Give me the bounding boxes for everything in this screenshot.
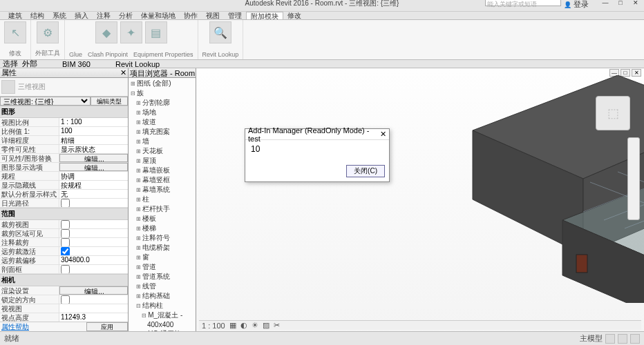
instance-selector[interactable]: 三维视图: {三维} [0,97,91,106]
minimize-icon[interactable]: — [598,0,612,6]
edit-type-button[interactable]: 编辑类型 [91,97,128,106]
crop-icon[interactable]: ✂ [274,321,280,330]
tree-node[interactable]: 填充图案 [129,127,195,137]
browser-tree[interactable]: 图纸 (全部)族分割轮廓场地坡道填充图案墙天花板屋顶幕墙嵌板幕墙竖框幕墙系统柱栏… [129,78,196,331]
tree-node[interactable]: 管道 [129,262,195,272]
tree-node[interactable]: 结构基础 [129,291,195,301]
tab-analyze[interactable]: 分析 [115,12,137,19]
dialog-close-icon[interactable]: ✕ [380,130,386,139]
viewport[interactable]: — □ ✕ ⬚ 1 [196,68,644,331]
tab-arch[interactable]: 建筑 [4,12,26,19]
prop-value[interactable]: 304800.0 [59,256,128,264]
prop-value[interactable] [59,220,128,228]
tree-node[interactable]: 墙 [129,137,195,146]
view-cube[interactable]: ⬚ [596,96,630,130]
status-text: 就绪 [4,333,19,344]
clash-icon[interactable]: ✦ [120,21,142,43]
style-icon[interactable]: ◐ [240,321,247,330]
tree-node[interactable]: 栏杆扶手 [129,204,195,214]
equip-icon[interactable]: ▤ [145,21,167,43]
prop-value[interactable]: 100 [59,127,128,135]
tree-node[interactable]: 柱 [129,195,195,204]
shadow-icon[interactable]: ▨ [263,321,269,330]
tab-sys[interactable]: 系统 [48,12,70,19]
tab-insert[interactable]: 插入 [70,12,93,19]
prop-value[interactable]: 无 [59,190,128,198]
prop-value[interactable] [59,199,128,207]
tree-node[interactable]: 幕墙嵌板 [129,166,195,175]
tree-node[interactable]: 天花板 [129,146,195,156]
tree-node[interactable]: 坡道 [129,117,195,127]
tree-node[interactable]: 楼板 [129,214,195,224]
tree-node[interactable]: 楼梯 [129,224,195,233]
tab-modify[interactable]: 修改 [283,12,305,19]
prop-value[interactable]: 11249.3 [59,313,128,322]
detail-icon[interactable]: ▦ [229,321,236,330]
properties-help-link[interactable]: 属性帮助 [0,322,86,331]
tree-node[interactable]: 注释符号 [129,233,195,243]
scale-label[interactable]: 1 : 100 [202,322,225,330]
prop-value[interactable]: 1 : 100 [59,118,128,126]
prop-category[interactable]: 相机 [0,274,128,286]
tree-node[interactable]: 线管 [129,282,195,291]
help-search[interactable]: 能入关键字或短语 [485,0,561,6]
view-control-bar[interactable]: 1 : 100 ▦ ◐ ☀ ▨ ✂ [199,320,641,330]
view-canvas[interactable]: — □ ✕ ⬚ 1 [196,68,644,331]
tree-node[interactable]: 幕墙竖框 [129,175,195,185]
glue-icon[interactable]: ◆ [95,21,117,43]
dialog-close-button[interactable]: 关闭(C) [346,165,385,177]
prop-value[interactable]: 协调 [59,172,128,180]
tree-node[interactable]: 图纸 (全部) [129,79,195,88]
status-model[interactable]: 主模型 [580,333,603,344]
prop-value[interactable]: 编辑... [59,163,128,171]
external-tools-icon[interactable]: ⚙ [37,21,59,43]
tab-view[interactable]: 视图 [202,12,224,19]
prop-category[interactable]: 图形 [0,106,128,118]
revit-lookup-icon[interactable]: 🔍 [209,21,231,43]
prop-key: 默认分析显示样式 [0,190,59,198]
prop-value[interactable] [59,238,128,246]
prop-category[interactable]: 范围 [0,208,128,220]
prop-key: 图形显示选项 [0,163,59,171]
tree-node[interactable]: 幕墙系统 [129,185,195,195]
tree-node[interactable]: 400x400 [129,320,195,329]
tree-node[interactable]: 族 [129,88,195,98]
properties-close-icon[interactable]: ✕ [120,68,126,77]
tab-addins[interactable]: 附加模块 [246,12,283,19]
navigation-bar[interactable] [627,137,640,220]
tree-node[interactable]: 结构柱 [129,301,195,310]
prop-value[interactable] [59,265,128,273]
tree-node[interactable]: 电缆桥架 [129,243,195,253]
tree-node[interactable]: 场地 [129,108,195,117]
tree-node[interactable]: 窗 [129,253,195,262]
tree-node[interactable]: 管道系统 [129,272,195,282]
tab-struct[interactable]: 结构 [26,12,48,19]
sun-icon[interactable]: ☀ [252,321,258,330]
prop-value[interactable]: 显示原状态 [59,145,128,153]
status-icon[interactable] [618,334,627,344]
tab-mass[interactable]: 体量和场地 [137,12,180,19]
prop-value[interactable]: 编辑... [59,286,128,295]
prop-value[interactable] [59,247,128,255]
tab-manage[interactable]: 管理 [224,12,246,19]
tab-annotate[interactable]: 注释 [93,12,115,19]
login-link[interactable]: 👤 登录 [564,0,589,10]
prop-key: 远剪裁激活 [0,247,59,255]
tab-collab[interactable]: 协作 [180,12,202,19]
tree-node[interactable]: M_混凝土 - [129,310,195,320]
tree-node[interactable]: 分割轮廓 [129,98,195,108]
status-icon[interactable] [630,334,640,344]
modify-icon[interactable]: ↖ [4,21,26,43]
tree-node[interactable]: 屋顶 [129,156,195,166]
maximize-icon[interactable]: □ [614,0,627,6]
apply-button[interactable]: 应用 [86,322,128,331]
prop-value[interactable]: 按规程 [59,181,128,189]
prop-value[interactable] [59,295,128,304]
prop-row: 注释裁剪 [0,238,128,247]
close-icon[interactable]: ✕ [629,0,643,6]
status-icon[interactable] [605,334,615,344]
prop-value[interactable] [59,304,128,313]
prop-value[interactable] [59,229,128,237]
prop-value[interactable]: 精细 [59,136,128,144]
prop-value[interactable]: 编辑... [59,154,128,162]
